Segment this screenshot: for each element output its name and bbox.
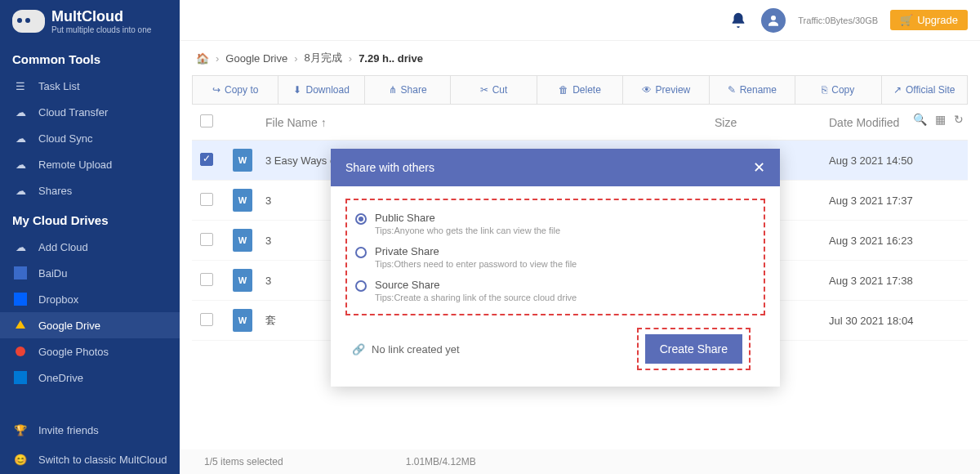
- sidebar-item-switch-classic[interactable]: 😊Switch to classic MultCloud: [0, 445, 180, 474]
- option-private-share[interactable]: Private ShareTips:Others need to enter p…: [355, 240, 755, 274]
- row-checkbox[interactable]: [200, 193, 213, 206]
- upload-icon: ☁: [12, 158, 29, 171]
- cloud-icon: ☁: [12, 105, 29, 118]
- file-date: Aug 3 2021 16:23: [829, 235, 960, 247]
- sidebar-item-onedrive[interactable]: OneDrive: [0, 364, 180, 391]
- selection-size: 1.01MB/4.12MB: [406, 456, 476, 467]
- selection-count: 1/5 items selected: [204, 456, 283, 467]
- google-photos-icon: [12, 345, 29, 358]
- sidebar-item-google-photos[interactable]: Google Photos: [0, 338, 180, 364]
- section-my-cloud-drives: My Cloud Drives: [0, 203, 180, 234]
- svg-rect-0: [14, 266, 27, 279]
- share-icon: ☁: [12, 184, 29, 197]
- share-icon: ⋔: [389, 84, 397, 96]
- cart-icon: 🛒: [900, 14, 913, 26]
- sync-icon: ☁: [12, 132, 29, 145]
- home-icon[interactable]: 🏠: [196, 52, 209, 65]
- word-file-icon: W: [233, 309, 252, 332]
- link-icon: 🔗: [352, 343, 365, 356]
- traffic-display: Traffic:0Bytes/30GB: [798, 16, 878, 25]
- download-icon: ⬇: [293, 84, 301, 96]
- cloud-logo-icon: [12, 10, 45, 33]
- svg-marker-2: [16, 320, 25, 329]
- pencil-icon: ✎: [728, 84, 736, 96]
- eye-icon: 👁: [642, 84, 652, 96]
- logo-area: MultCloud Put multiple clouds into one: [0, 0, 180, 42]
- radio-icon: [355, 280, 367, 292]
- plus-cloud-icon: ☁: [12, 240, 29, 253]
- link-status: 🔗 No link created yet: [352, 343, 460, 356]
- breadcrumb: 🏠 › Google Drive › 8月完成 › 7.29 h.. drive: [180, 41, 980, 75]
- svg-rect-1: [14, 293, 27, 306]
- preview-button[interactable]: 👁Preview: [623, 76, 709, 104]
- search-icon[interactable]: 🔍: [913, 113, 927, 126]
- copy-icon: ⎘: [822, 84, 827, 96]
- trash-icon: 🗑: [559, 84, 568, 96]
- option-public-share[interactable]: Public ShareTips:Anyone who gets the lin…: [355, 207, 755, 240]
- word-file-icon: W: [233, 149, 252, 172]
- column-size[interactable]: Size: [715, 116, 829, 129]
- row-checkbox[interactable]: [200, 233, 213, 246]
- grid-view-icon[interactable]: ▦: [935, 113, 946, 126]
- breadcrumb-current: 7.29 h.. drive: [359, 52, 423, 65]
- list-icon: ☰: [12, 79, 29, 92]
- file-date: Aug 3 2021 17:38: [829, 275, 960, 287]
- word-file-icon: W: [233, 189, 252, 212]
- svg-rect-4: [14, 371, 27, 384]
- copy-button[interactable]: ⎘Copy: [795, 76, 881, 104]
- sidebar-item-cloud-transfer[interactable]: ☁Cloud Transfer: [0, 99, 180, 125]
- breadcrumb-link[interactable]: Google Drive: [225, 52, 287, 65]
- notifications-icon[interactable]: [728, 10, 749, 31]
- sidebar-item-google-drive[interactable]: Google Drive: [0, 312, 180, 338]
- user-avatar[interactable]: [761, 8, 786, 33]
- status-bar: 1/5 items selected 1.01MB/4.12MB: [180, 449, 980, 474]
- word-file-icon: W: [233, 269, 252, 292]
- cut-button[interactable]: ✂Cut: [451, 76, 537, 104]
- arrow-icon: ↪: [212, 84, 220, 96]
- copy-to-button[interactable]: ↪Copy to: [193, 76, 278, 104]
- invite-icon: 🏆: [12, 423, 29, 436]
- google-drive-icon: [12, 319, 29, 332]
- upgrade-button[interactable]: 🛒Upgrade: [890, 10, 968, 30]
- sidebar-item-task-list[interactable]: ☰Task List: [0, 73, 180, 99]
- share-button[interactable]: ⋔Share: [365, 76, 451, 104]
- share-options: Public ShareTips:Anyone who gets the lin…: [345, 199, 765, 315]
- share-modal: Share with others ✕ Public ShareTips:Any…: [331, 149, 780, 387]
- sidebar-item-invite-friends[interactable]: 🏆Invite friends: [0, 415, 180, 445]
- radio-icon: [355, 213, 367, 225]
- row-checkbox[interactable]: [200, 153, 213, 166]
- svg-point-3: [16, 347, 25, 356]
- refresh-icon[interactable]: ↻: [954, 113, 964, 126]
- dropbox-icon: [12, 293, 29, 306]
- sidebar: MultCloud Put multiple clouds into one C…: [0, 0, 180, 474]
- switch-icon: 😊: [12, 453, 29, 466]
- sidebar-item-remote-upload[interactable]: ☁Remote Upload: [0, 151, 180, 177]
- option-source-share[interactable]: Source ShareTips:Create a sharing link o…: [355, 274, 755, 307]
- file-date: Aug 3 2021 14:50: [829, 154, 960, 167]
- section-common-tools: Common Tools: [0, 42, 180, 73]
- official-site-button[interactable]: ↗Official Site: [882, 76, 967, 104]
- rename-button[interactable]: ✎Rename: [710, 76, 795, 104]
- row-checkbox[interactable]: [200, 313, 213, 326]
- sidebar-item-baidu[interactable]: BaiDu: [0, 260, 180, 286]
- toolbar: ↪Copy to ⬇Download ⋔Share ✂Cut 🗑Delete 👁…: [192, 75, 968, 105]
- file-date: Aug 3 2021 17:37: [829, 195, 960, 207]
- sidebar-item-cloud-sync[interactable]: ☁Cloud Sync: [0, 125, 180, 151]
- breadcrumb-link[interactable]: 8月完成: [305, 51, 342, 65]
- radio-icon: [355, 247, 367, 258]
- sidebar-item-dropbox[interactable]: Dropbox: [0, 286, 180, 312]
- sidebar-item-add-cloud[interactable]: ☁Add Cloud: [0, 234, 180, 260]
- download-button[interactable]: ⬇Download: [278, 76, 364, 104]
- table-header: File Name ↑ Size Date Modified 🔍 ▦ ↻: [192, 105, 968, 141]
- word-file-icon: W: [233, 229, 252, 252]
- modal-title: Share with others: [345, 161, 434, 174]
- cut-icon: ✂: [480, 84, 488, 96]
- delete-button[interactable]: 🗑Delete: [537, 76, 623, 104]
- select-all-checkbox[interactable]: [200, 114, 213, 127]
- close-icon[interactable]: ✕: [753, 159, 765, 177]
- row-checkbox[interactable]: [200, 273, 213, 286]
- sidebar-item-shares[interactable]: ☁Shares: [0, 177, 180, 203]
- column-name[interactable]: File Name ↑: [265, 116, 715, 129]
- create-share-button[interactable]: Create Share: [645, 334, 742, 364]
- brand-title: MultCloud: [51, 8, 151, 25]
